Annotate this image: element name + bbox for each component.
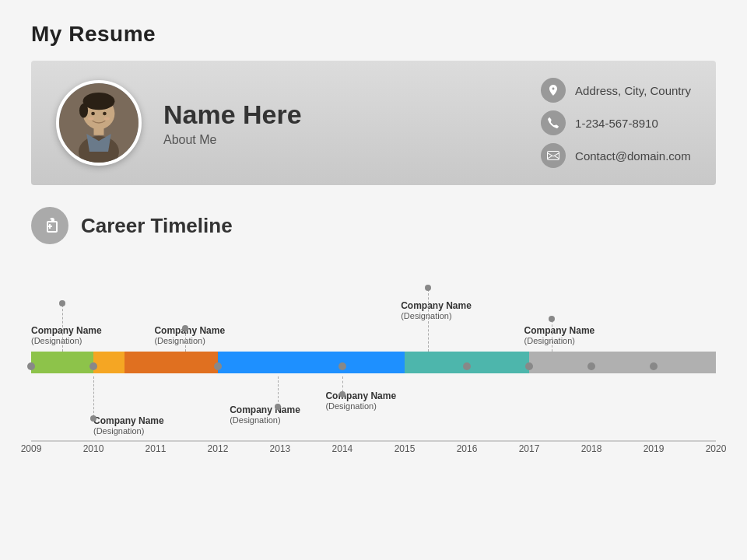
name-block: Name Here About Me: [163, 99, 510, 148]
contact-email: Contact@domain.com: [541, 143, 691, 168]
dashed-line-2: [185, 330, 186, 352]
company-below-2: Company Name (Designation): [230, 404, 300, 425]
about-me-text: About Me: [163, 133, 510, 147]
company-label-1: Company Name (Designation): [31, 325, 102, 345]
company-label-6: Company Name (Designation): [524, 325, 595, 345]
email-icon: [541, 143, 566, 168]
timeline-top-labels: Company Name (Designation) Company Name …: [31, 266, 716, 352]
seg-blue: [218, 352, 405, 373]
dot-6: [549, 316, 555, 322]
career-title: Career Timeline: [81, 214, 233, 238]
person-name: Name Here: [163, 99, 510, 131]
svg-point-6: [91, 112, 95, 116]
year-2010: 2010: [83, 443, 104, 454]
svg-point-8: [88, 117, 93, 121]
address-text: Address, City, Country: [575, 84, 691, 97]
contact-address: Address, City, Country: [541, 78, 691, 103]
dashed-line-5: [428, 289, 429, 352]
year-2017: 2017: [519, 443, 540, 454]
avatar: [56, 80, 142, 166]
dashed-bottom-1: [93, 376, 94, 417]
company-label-5: Company Name (Designation): [401, 300, 472, 320]
dashed-line-1: [62, 305, 63, 352]
address-icon: [541, 78, 566, 103]
year-2015: 2015: [395, 443, 416, 454]
bar-dot-2019: [650, 362, 658, 370]
dot-1: [59, 300, 65, 306]
email-text: Contact@domain.com: [575, 149, 691, 163]
bar-dot-2009: [27, 362, 35, 370]
year-2011: 2011: [146, 443, 167, 454]
svg-point-3: [83, 93, 115, 110]
year-2020: 2020: [706, 443, 727, 454]
year-2012: 2012: [208, 443, 229, 454]
dot-2: [182, 325, 188, 331]
svg-point-4: [79, 103, 88, 118]
phone-icon: [541, 110, 566, 135]
year-2009: 2009: [21, 443, 42, 454]
seg-green: [31, 352, 93, 373]
company-label-2: Company Name (Designation): [154, 325, 225, 345]
company-below-3: Company Name (Designation): [325, 390, 396, 411]
bar-dot-2016: [463, 362, 471, 370]
year-2014: 2014: [332, 443, 353, 454]
dot-5: [425, 285, 431, 291]
svg-rect-5: [94, 128, 104, 135]
timeline-bottom-labels: Company Name (Designation) Company Name …: [31, 376, 716, 439]
career-icon: [31, 207, 68, 244]
dot-bottom-1: [90, 415, 96, 422]
year-2019: 2019: [644, 443, 665, 454]
bar-dot-2018: [587, 362, 595, 370]
company-below-1: Company Name (Designation): [93, 415, 164, 436]
svg-point-7: [103, 112, 107, 116]
seg-gray: [529, 352, 716, 373]
bar-dot-2012: [214, 362, 222, 370]
seg-orange: [93, 352, 124, 373]
bar-dot-2014: [338, 362, 346, 370]
dashed-bottom-3: [342, 376, 343, 392]
dashed-bottom-2: [278, 376, 279, 406]
title-section: My Resume: [31, 22, 716, 47]
timeline-bar: [31, 352, 716, 373]
contact-block: Address, City, Country 1-234-567-8910 Co…: [510, 78, 691, 168]
timeline-container: Company Name (Designation) Company Name …: [31, 266, 716, 459]
year-2013: 2013: [270, 443, 291, 454]
bar-dot-2010: [89, 362, 97, 370]
year-axis: 2009 2010 2011 2012 2013 2014 2015 2016 …: [31, 443, 716, 459]
dashed-line-6: [552, 320, 552, 352]
dot-bottom-3: [339, 391, 345, 397]
year-axis-line: [31, 440, 716, 442]
page-title: My Resume: [31, 22, 716, 47]
year-2018: 2018: [581, 443, 602, 454]
phone-text: 1-234-567-8910: [575, 117, 658, 130]
career-section-header: Career Timeline: [31, 207, 716, 244]
year-2016: 2016: [457, 443, 478, 454]
header-card: Name Here About Me Address, City, Countr…: [31, 61, 716, 185]
slide: My Resume: [0, 0, 747, 560]
bar-dot-2017: [525, 362, 533, 370]
dot-bottom-2: [275, 404, 281, 410]
svg-point-9: [103, 117, 109, 121]
contact-phone: 1-234-567-8910: [541, 110, 691, 135]
